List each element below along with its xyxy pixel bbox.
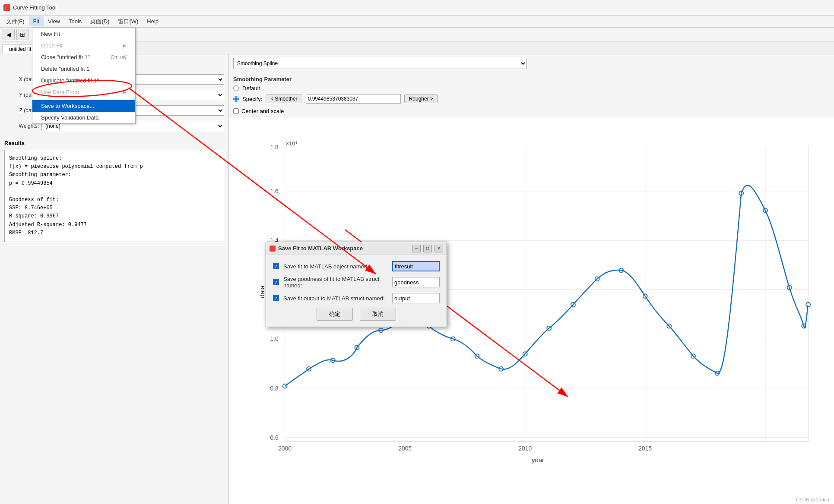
results-line-8: Adjusted R-square: 0.9477: [9, 221, 219, 229]
menu-new-fit[interactable]: New Fit: [32, 28, 135, 40]
menu-tools[interactable]: Tools: [64, 16, 86, 26]
dialog-body: Save fit to MATLAB object named: Save go…: [266, 255, 447, 327]
results-line-7: R-square: 0.9967: [9, 212, 219, 220]
results-line-9: RMSE: 812.7: [9, 229, 219, 237]
results-line-1: Smoothing spline:: [9, 154, 219, 163]
smoothing-param-label: Smoothing Parameter: [233, 76, 830, 82]
fit-dropdown-menu: New Fit Open Fit ▶ Close "untitled fit 1…: [32, 28, 136, 124]
menu-help[interactable]: Help: [143, 16, 163, 26]
results-line-3: Smoothing parameter:: [9, 171, 219, 179]
dialog-restore-btn[interactable]: □: [423, 245, 432, 252]
smoothing-section: Smoothing Parameter Default Specify: < S…: [233, 76, 830, 114]
smoothing-value-input[interactable]: [306, 94, 401, 104]
dialog-cancel-button[interactable]: 取消: [360, 308, 396, 321]
weights-label: Weights:: [4, 123, 39, 129]
center-scale-row: Center and scale: [233, 108, 830, 114]
results-line-2: f(x) = piecewise polynomial computed fro…: [9, 163, 219, 171]
dialog-close-btn[interactable]: ✕: [434, 245, 443, 252]
svg-text:0.6: 0.6: [270, 434, 279, 441]
app-icon: [3, 4, 10, 11]
dialog-icon: [270, 246, 276, 252]
svg-text:1.6: 1.6: [270, 188, 279, 195]
save-output-checkbox[interactable]: [273, 295, 279, 301]
smoother-button[interactable]: < Smoother: [266, 94, 302, 103]
dialog-row-3: Save fit output to MATLAB struct named:: [273, 293, 440, 303]
center-scale-label: Center and scale: [241, 108, 284, 114]
save-goodness-label: Save goodness of fit to MATLAB struct na…: [283, 276, 388, 289]
dialog-ok-button[interactable]: 确定: [317, 308, 353, 321]
svg-text:×10⁴: ×10⁴: [286, 140, 298, 147]
dialog-title-bar: Save Fit to MATLAB Workspace ─ □ ✕: [266, 242, 447, 255]
svg-text:1.0: 1.0: [270, 335, 279, 342]
output-name-input[interactable]: [392, 293, 440, 303]
center-scale-checkbox[interactable]: [233, 108, 239, 114]
menu-delete-fit[interactable]: Delete "untitled fit 1": [32, 63, 135, 75]
open-fit-arrow: ▶: [123, 43, 127, 48]
menu-file[interactable]: 文件(F): [2, 16, 29, 27]
dialog-minimize-btn[interactable]: ─: [412, 245, 421, 252]
menu-use-data: Use Data From ▶: [32, 86, 135, 98]
menu-separator: [32, 99, 135, 99]
results-panel: Smoothing spline: f(x) = piecewise polyn…: [4, 150, 224, 242]
specify-radio[interactable]: [233, 96, 239, 102]
svg-text:2015: 2015: [638, 445, 652, 452]
title-bar: Curve Fitting Tool: [0, 0, 834, 16]
default-label: Default: [242, 85, 260, 91]
save-fit-checkbox[interactable]: [273, 263, 279, 269]
results-line-5: Goodness of fit:: [9, 196, 219, 204]
default-radio[interactable]: [233, 85, 239, 91]
svg-text:year: year: [532, 457, 544, 463]
dialog-title: Save Fit to MATLAB Workspace: [278, 245, 409, 252]
specify-radio-row: Specify: < Smoother Rougher >: [233, 94, 830, 104]
menu-fit[interactable]: Fit: [29, 16, 44, 26]
dialog-row-1: Save fit to MATLAB object named:: [273, 261, 440, 271]
menu-specify-validation[interactable]: Specify Validation Data: [32, 112, 135, 123]
menu-bar: 文件(F) Fit View Tools 桌面(D) 窗口(W) Help Ne…: [0, 16, 834, 28]
menu-view[interactable]: View: [44, 16, 64, 26]
save-output-label: Save fit output to MATLAB struct named:: [283, 295, 388, 302]
dialog-row-2: Save goodness of fit to MATLAB struct na…: [273, 276, 440, 289]
menu-window[interactable]: 窗口(W): [114, 16, 143, 27]
goodness-name-input[interactable]: [392, 277, 440, 287]
specify-label: Specify:: [242, 96, 262, 102]
save-workspace-dialog[interactable]: Save Fit to MATLAB Workspace ─ □ ✕ Save …: [266, 242, 447, 327]
menu-save-workspace[interactable]: Save to Workspace...: [32, 100, 135, 112]
fit-icon-button[interactable]: ⊞: [16, 29, 29, 40]
rougher-button[interactable]: Rougher >: [404, 94, 438, 103]
svg-text:1.8: 1.8: [270, 144, 279, 151]
menu-open-fit: Open Fit ▶: [32, 40, 135, 51]
results-line-6: SSE: 8.746e+05: [9, 204, 219, 212]
menu-close-fit[interactable]: Close "untitled fit 1" Ctrl+W: [32, 51, 135, 63]
chart-config-bar: Smoothing Spline Smoothing Parameter Def…: [229, 54, 834, 118]
menu-duplicate-fit[interactable]: Duplicate "untitled fit 1": [32, 75, 135, 86]
use-data-arrow: ▶: [123, 90, 127, 94]
save-goodness-checkbox[interactable]: [273, 279, 279, 285]
window-title: Curve Fitting Tool: [13, 4, 57, 11]
results-line-4: p = 0.99449854: [9, 180, 219, 188]
svg-text:2005: 2005: [398, 445, 412, 452]
default-radio-row: Default: [233, 85, 830, 91]
svg-text:0.8: 0.8: [270, 385, 279, 392]
save-fit-label: Save fit to MATLAB object named:: [283, 263, 388, 270]
watermark: CSDN @CJ-leaf: [796, 497, 831, 502]
svg-text:data: data: [259, 285, 266, 298]
fit-object-name-input[interactable]: [392, 261, 440, 271]
fit-type-select[interactable]: Smoothing Spline: [233, 58, 527, 69]
menu-desktop[interactable]: 桌面(D): [86, 16, 114, 27]
dialog-buttons: 确定 取消: [273, 308, 440, 321]
svg-text:2000: 2000: [278, 445, 292, 452]
results-title: Results: [4, 140, 224, 146]
svg-text:2010: 2010: [518, 445, 532, 452]
back-button[interactable]: ◀: [3, 29, 15, 40]
